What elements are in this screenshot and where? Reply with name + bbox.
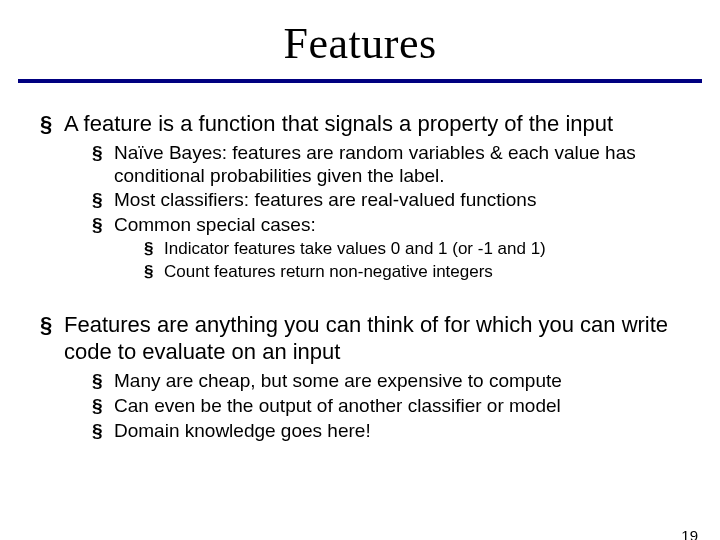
bullet-text: Most classifiers: features are real-valu…	[114, 189, 536, 210]
bullet-list-2: Naïve Bayes: features are random variabl…	[92, 142, 680, 283]
title-rule	[18, 79, 702, 83]
slide: Features A feature is a function that si…	[0, 18, 720, 540]
bullet-text: Many are cheap, but some are expensive t…	[114, 370, 562, 391]
bullet-lvl2: Most classifiers: features are real-valu…	[92, 189, 680, 212]
bullet-lvl1: A feature is a function that signals a p…	[40, 111, 680, 282]
bullet-text: A feature is a function that signals a p…	[64, 111, 613, 136]
bullet-text: Naïve Bayes: features are random variabl…	[114, 142, 636, 186]
bullet-list-3: Indicator features take values 0 and 1 (…	[144, 239, 680, 282]
bullet-lvl1: Features are anything you can think of f…	[40, 312, 680, 442]
bullet-list-1: A feature is a function that signals a p…	[40, 111, 680, 282]
bullet-text: Count features return non-negative integ…	[164, 262, 493, 281]
slide-title: Features	[0, 18, 720, 69]
bullet-text: Can even be the output of another classi…	[114, 395, 561, 416]
bullet-text: Indicator features take values 0 and 1 (…	[164, 239, 546, 258]
bullet-text: Common special cases:	[114, 214, 316, 235]
bullet-text: Features are anything you can think of f…	[64, 312, 668, 364]
bullet-lvl2: Can even be the output of another classi…	[92, 395, 680, 418]
bullet-lvl2: Common special cases: Indicator features…	[92, 214, 680, 282]
bullet-text: Domain knowledge goes here!	[114, 420, 371, 441]
page-number: 19	[681, 527, 698, 540]
bullet-lvl2: Domain knowledge goes here!	[92, 420, 680, 443]
slide-content: A feature is a function that signals a p…	[0, 111, 720, 443]
spacer	[40, 284, 680, 312]
bullet-lvl2: Many are cheap, but some are expensive t…	[92, 370, 680, 393]
bullet-list-1b: Features are anything you can think of f…	[40, 312, 680, 442]
bullet-list-2b: Many are cheap, but some are expensive t…	[92, 370, 680, 442]
bullet-lvl3: Count features return non-negative integ…	[144, 262, 680, 283]
bullet-lvl3: Indicator features take values 0 and 1 (…	[144, 239, 680, 260]
bullet-lvl2: Naïve Bayes: features are random variabl…	[92, 142, 680, 188]
